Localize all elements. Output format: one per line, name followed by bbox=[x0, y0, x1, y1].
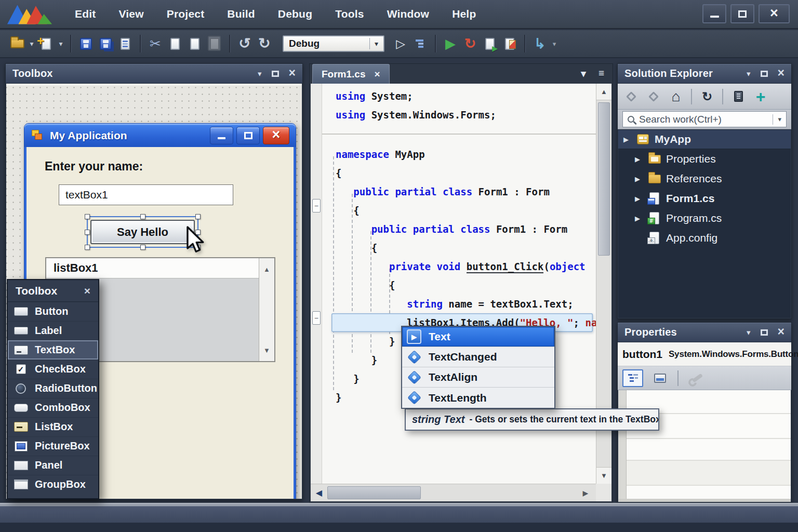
scroll-down-icon[interactable]: ▼ bbox=[259, 343, 274, 357]
tree-expand-icon[interactable]: ▶ bbox=[635, 215, 643, 222]
menu-item-edit[interactable]: Edit bbox=[63, 8, 107, 20]
panel-close-icon[interactable]: × bbox=[778, 67, 784, 79]
step-into-icon[interactable]: ↳ bbox=[530, 34, 550, 54]
copy-icon[interactable] bbox=[165, 34, 185, 54]
attach-process-icon[interactable]: ↻ bbox=[460, 34, 480, 54]
selection-handle[interactable] bbox=[140, 245, 145, 250]
code-line[interactable]: { bbox=[336, 164, 596, 182]
refresh-icon[interactable]: ↻ bbox=[699, 88, 715, 105]
caret-icon[interactable]: ▾ bbox=[56, 34, 65, 54]
window-close-button[interactable]: × bbox=[759, 4, 790, 23]
selection-handle[interactable] bbox=[85, 230, 90, 235]
build-pages-icon[interactable] bbox=[480, 34, 500, 54]
add-icon[interactable]: + bbox=[751, 87, 770, 107]
search-input[interactable] bbox=[639, 114, 768, 125]
collapse-right-icon[interactable] bbox=[645, 88, 662, 105]
editor-chevron-down-icon[interactable]: ▾ bbox=[581, 68, 586, 79]
scroll-right-icon[interactable]: ▶ bbox=[579, 484, 592, 501]
add-icon[interactable]: + bbox=[752, 88, 769, 105]
tree-item-references[interactable]: ▶References bbox=[618, 169, 791, 189]
categorized-icon[interactable] bbox=[622, 369, 643, 387]
code-line[interactable]: { bbox=[336, 201, 596, 220]
tree-item-myapp[interactable]: ▶MyApp bbox=[618, 129, 791, 149]
settings-wrench-icon[interactable] bbox=[686, 368, 706, 388]
code-line[interactable]: using System; bbox=[336, 87, 596, 105]
button-selection-frame[interactable]: Say Hello bbox=[87, 216, 198, 248]
code-line[interactable]: { bbox=[336, 238, 596, 257]
scrollbar-thumb[interactable] bbox=[327, 486, 421, 499]
intellisense-item-textalign[interactable]: TextAlign bbox=[402, 367, 554, 388]
scrollbar-thumb[interactable] bbox=[598, 102, 610, 256]
menu-item-build[interactable]: Build bbox=[216, 8, 267, 20]
form-close-button[interactable]: × bbox=[263, 127, 289, 144]
scroll-up-icon[interactable]: ▲ bbox=[596, 84, 611, 100]
tree-expand-icon[interactable]: ▶ bbox=[623, 136, 631, 143]
form-say-hello-button[interactable]: Say Hello bbox=[90, 220, 195, 244]
tree-item-program-cs[interactable]: ▶Program.cs bbox=[618, 208, 791, 228]
code-fold-marker[interactable]: – bbox=[312, 199, 321, 212]
panel-close-icon[interactable]: × bbox=[778, 326, 784, 338]
intellisense-item-textchanged[interactable]: TextChanged bbox=[402, 347, 554, 367]
toolbox-item-panel[interactable]: Panel bbox=[8, 456, 98, 475]
caret-icon[interactable]: ▾ bbox=[27, 34, 36, 54]
panel-chevron-down-icon[interactable]: ▾ bbox=[747, 69, 751, 78]
tree-expand-icon[interactable]: ▶ bbox=[635, 155, 643, 163]
toolbox-item-listbox[interactable]: ListBox bbox=[8, 417, 98, 436]
toolbox-item-combobox[interactable]: ComboBox bbox=[8, 398, 98, 417]
collapse-right-icon[interactable] bbox=[644, 87, 663, 107]
toolbox-item-label[interactable]: Label bbox=[8, 321, 98, 340]
code-line[interactable]: { bbox=[336, 276, 596, 295]
menu-item-project[interactable]: Project bbox=[155, 8, 216, 20]
toolbox-item-button[interactable]: Button bbox=[8, 302, 98, 321]
window-minimize-button[interactable] bbox=[702, 4, 726, 23]
tree-expand-icon[interactable]: ▶ bbox=[635, 175, 643, 183]
home-icon[interactable]: ⌂ bbox=[668, 88, 684, 105]
code-line[interactable]: public partial class Form1 : Form bbox=[336, 182, 596, 201]
open-folder-icon[interactable] bbox=[7, 34, 27, 54]
search-dropdown-icon[interactable]: ▾ bbox=[773, 114, 781, 125]
save-icon[interactable] bbox=[76, 34, 96, 54]
panel-maximize-icon[interactable] bbox=[272, 71, 279, 77]
save-all-icon[interactable] bbox=[96, 34, 115, 54]
toolbox-item-picturebox[interactable]: PictureBox bbox=[8, 436, 98, 456]
tab-form1-cs[interactable]: Form1.cs × bbox=[312, 64, 390, 84]
scroll-up-icon[interactable]: ▲ bbox=[259, 262, 274, 276]
close-icon[interactable]: × bbox=[84, 285, 90, 297]
selection-handle[interactable] bbox=[195, 214, 201, 219]
selection-handle[interactable] bbox=[85, 245, 90, 250]
form-maximize-button[interactable] bbox=[236, 127, 260, 144]
intellisense-item-textlength[interactable]: TextLength bbox=[402, 388, 554, 408]
compare-doc-icon[interactable] bbox=[500, 34, 520, 54]
more-icon[interactable]: ▾ bbox=[550, 34, 559, 54]
menu-item-view[interactable]: View bbox=[107, 8, 155, 20]
panel-chevron-down-icon[interactable]: ▾ bbox=[258, 69, 262, 78]
code-line[interactable]: private void button1_Click(object bbox=[336, 257, 596, 276]
show-all-files-icon[interactable] bbox=[728, 87, 748, 107]
start-outline-icon[interactable]: ▷ bbox=[391, 34, 410, 54]
paste-icon[interactable] bbox=[185, 34, 205, 54]
code-line[interactable]: using System.Windows.Forms; bbox=[336, 105, 596, 124]
tree-item-app-config[interactable]: App.config bbox=[618, 228, 791, 248]
form-textbox[interactable] bbox=[59, 184, 233, 205]
toolbox-item-radiobutton[interactable]: RadioButton bbox=[8, 379, 98, 398]
debug-configuration-dropdown[interactable]: Debug▾ bbox=[283, 35, 384, 52]
properties-object-selector[interactable]: button1 System.Windows.Forms.Button bbox=[618, 342, 791, 366]
code-line[interactable]: namespace MyApp bbox=[336, 145, 596, 164]
toolbox-item-textbox[interactable]: TextBox bbox=[8, 340, 98, 360]
collapse-left-icon[interactable] bbox=[621, 87, 641, 107]
code-line[interactable]: string name = textBox1.Text; bbox=[336, 295, 596, 313]
new-item-icon[interactable] bbox=[36, 34, 56, 54]
listbox-scrollbar[interactable]: ▲ ▼ bbox=[259, 258, 274, 361]
property-pages-icon[interactable] bbox=[649, 369, 670, 387]
paste-disabled-icon[interactable] bbox=[205, 34, 224, 54]
home-icon[interactable]: ⌂ bbox=[666, 87, 686, 107]
panel-chevron-down-icon[interactable]: ▾ bbox=[747, 328, 751, 337]
show-all-files-icon[interactable] bbox=[730, 88, 747, 105]
menu-item-window[interactable]: Window bbox=[376, 8, 441, 20]
editor-horizontal-scrollbar[interactable]: ◀ ▶ bbox=[311, 484, 596, 501]
menu-item-help[interactable]: Help bbox=[441, 8, 487, 20]
property-grid[interactable] bbox=[618, 390, 791, 502]
toolbox-item-checkbox[interactable]: CheckBox bbox=[8, 360, 98, 379]
tree-expand-icon[interactable]: ▶ bbox=[635, 195, 643, 203]
intellisense-item-text[interactable]: ▶Text bbox=[402, 327, 554, 347]
